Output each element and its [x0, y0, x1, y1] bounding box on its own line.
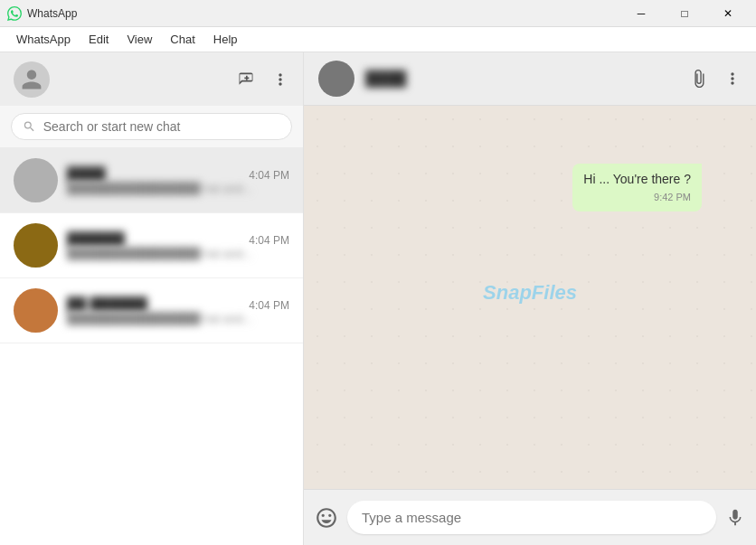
right-panel: ████ SnapFiles	[304, 52, 756, 545]
today-badge: TODAY	[358, 224, 702, 244]
menu-view[interactable]: View	[118, 29, 161, 50]
message-input[interactable]	[347, 501, 716, 534]
left-header-actions	[237, 70, 289, 89]
chat-avatar	[14, 288, 58, 333]
chat-name: ██████	[67, 231, 125, 247]
chat-time: 4:04 PM	[249, 299, 289, 312]
chat-message: ████████████████ hat and...	[67, 182, 289, 195]
bubble-text: Hi ... You're there ?	[583, 171, 691, 189]
profile-avatar-container[interactable]	[14, 61, 50, 98]
date-badge: 1/5/2016	[358, 131, 702, 151]
chat-avatar	[14, 223, 58, 268]
chat-name: ████	[67, 166, 106, 182]
today-badge-text: TODAY	[501, 224, 559, 244]
left-panel: ████ 4:04 PM ████████████████ hat and...…	[0, 52, 304, 545]
title-bar-left: WhatsApp	[7, 6, 77, 21]
profile-avatar[interactable]	[14, 61, 50, 98]
menu-chat[interactable]: Chat	[161, 29, 203, 50]
bubble-time: 9:42 PM	[583, 191, 691, 204]
chat-info: ██████ 4:04 PM ████████████████ hat and.…	[67, 231, 289, 260]
chat-info: ██ ██████ 4:04 PM ████████████████ hat a…	[67, 296, 289, 325]
input-bar	[304, 489, 756, 545]
emoji-icon	[315, 506, 338, 530]
search-icon	[23, 119, 36, 134]
chat-top: ██ ██████ 4:04 PM	[67, 296, 289, 312]
title-bar-controls: ─ □ ✕	[620, 0, 749, 27]
close-button[interactable]: ✕	[707, 0, 749, 27]
more-options-icon	[271, 70, 289, 89]
chat-header-actions	[689, 69, 742, 89]
title-bar: WhatsApp ─ □ ✕	[0, 0, 756, 27]
chat-message-suffix: hat and...	[203, 182, 252, 195]
chat-top: ██████ 4:04 PM	[67, 231, 289, 247]
more-icon	[723, 70, 742, 88]
mic-icon	[725, 508, 745, 528]
info-message-text: Messages you send to this chat and calls…	[358, 262, 702, 309]
mic-button[interactable]	[725, 508, 745, 528]
chat-message-suffix: hat and...	[203, 247, 252, 260]
chat-message: ████████████████ hat and...	[67, 312, 289, 325]
chat-time: 4:04 PM	[249, 234, 289, 247]
message-row-sent: Hi ... You're there ? 9:42 PM	[358, 164, 702, 211]
chat-messages: SnapFiles 1/5/2016 Hi ... You're there ?…	[304, 106, 756, 489]
search-bar	[0, 106, 303, 148]
chat-header-name: ████	[365, 70, 406, 87]
profile-avatar-icon	[20, 68, 43, 91]
search-input[interactable]	[43, 119, 280, 134]
chat-item[interactable]: ████ 4:04 PM ████████████████ hat and...	[0, 148, 303, 213]
search-inner	[11, 113, 292, 140]
menu-help[interactable]: Help	[204, 29, 247, 50]
chat-top: ████ 4:04 PM	[67, 166, 289, 182]
chat-header-left: ████	[318, 61, 406, 97]
title-bar-title: WhatsApp	[27, 7, 77, 20]
chat-message-suffix: hat and...	[203, 312, 252, 325]
info-message: Messages you send to this chat and calls…	[358, 262, 702, 309]
message-bubble-sent: Hi ... You're there ? 9:42 PM	[572, 164, 702, 211]
chat-info: ████ 4:04 PM ████████████████ hat and...	[67, 166, 289, 195]
menu-bar: WhatsApp Edit View Chat Help	[0, 27, 756, 52]
chat-header-avatar[interactable]	[318, 61, 354, 97]
maximize-button[interactable]: □	[664, 0, 705, 27]
attach-icon	[689, 69, 709, 89]
chat-list: ████ 4:04 PM ████████████████ hat and...…	[0, 148, 303, 545]
menu-whatsapp[interactable]: WhatsApp	[7, 29, 80, 50]
app-icon	[7, 6, 22, 21]
chat-header: ████	[304, 52, 756, 106]
left-header	[0, 52, 303, 106]
chat-name: ██ ██████	[67, 296, 147, 312]
app-body: ████ 4:04 PM ████████████████ hat and...…	[0, 52, 756, 545]
minimize-button[interactable]: ─	[620, 0, 662, 27]
menu-edit[interactable]: Edit	[80, 29, 118, 50]
date-badge-text: 1/5/2016	[498, 131, 562, 151]
chat-avatar	[14, 158, 58, 202]
more-button[interactable]	[723, 70, 742, 88]
attach-button[interactable]	[689, 69, 709, 89]
chat-item[interactable]: ██████ 4:04 PM ████████████████ hat and.…	[0, 213, 303, 278]
chat-item[interactable]: ██ ██████ 4:04 PM ████████████████ hat a…	[0, 278, 303, 343]
new-chat-icon	[237, 70, 255, 89]
emoji-button[interactable]	[315, 506, 338, 530]
chat-message: ████████████████ hat and...	[67, 247, 289, 260]
more-options-button[interactable]	[271, 70, 289, 89]
new-chat-button[interactable]	[237, 70, 255, 89]
chat-time: 4:04 PM	[249, 169, 289, 182]
